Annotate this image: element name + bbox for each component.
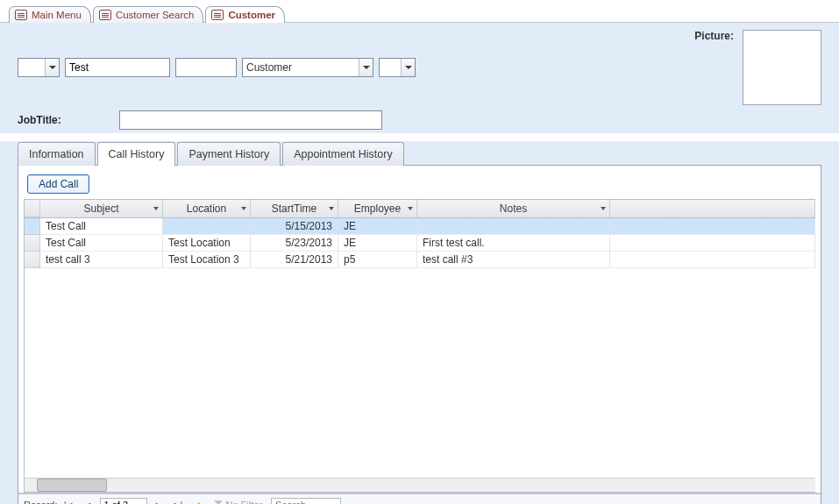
calls-grid: Subject Location StartTime Employee Note… <box>24 199 815 493</box>
tab-label: Customer Search <box>116 10 194 20</box>
cell-subject[interactable]: Test Call <box>40 235 163 252</box>
cell-notes[interactable]: First test call. <box>417 235 610 252</box>
nav-last-button[interactable]: ►| <box>170 498 186 505</box>
suffix-dropdown[interactable] <box>379 58 416 77</box>
last-name-dropdown[interactable]: Customer <box>242 58 373 77</box>
window-tabs: Main Menu Customer Search Customer <box>0 0 839 23</box>
chevron-down-icon <box>152 204 160 213</box>
tab-label: Main Menu <box>32 10 82 20</box>
record-navigator: Record: |◄ ◄ ► ►| ▸* No Filter <box>18 493 821 504</box>
cell-blank <box>610 218 815 235</box>
chevron-down-icon <box>401 59 415 76</box>
cell-starttime[interactable]: 5/15/2013 <box>251 218 338 235</box>
tab-main-menu[interactable]: Main Menu <box>9 6 91 23</box>
nav-new-button[interactable]: ▸* <box>189 498 205 505</box>
cell-blank <box>610 252 815 268</box>
cell-subject[interactable]: Test Call <box>40 218 163 235</box>
tab-appointment-history[interactable]: Appointment History <box>282 142 404 166</box>
record-search-field[interactable] <box>271 498 341 505</box>
cell-location[interactable]: Test Location <box>163 235 251 252</box>
no-filter-indicator[interactable]: No Filter <box>214 500 263 505</box>
record-position-field[interactable] <box>100 498 147 505</box>
nav-first-button[interactable]: |◄ <box>61 498 77 505</box>
table-row[interactable]: Test Call Test Location 5/23/2013 JE Fir… <box>25 235 815 252</box>
jobtitle-label: JobTitle: <box>18 114 61 126</box>
cell-notes[interactable] <box>417 218 610 235</box>
cell-subject[interactable]: test call 3 <box>40 252 163 268</box>
chevron-down-icon <box>406 204 415 213</box>
form-icon <box>99 10 111 20</box>
col-employee[interactable]: Employee <box>338 200 417 217</box>
col-notes[interactable]: Notes <box>417 200 610 217</box>
grid-body[interactable]: Test Call 5/15/2013 JE Test Call Test Lo… <box>25 218 815 478</box>
cell-starttime[interactable]: 5/21/2013 <box>251 252 338 268</box>
table-row[interactable]: test call 3 Test Location 3 5/21/2013 p5… <box>25 252 815 268</box>
select-all-cell[interactable] <box>25 200 40 217</box>
row-selector[interactable] <box>25 218 40 235</box>
row-selector[interactable] <box>25 235 40 252</box>
row-selector[interactable] <box>25 252 40 268</box>
record-label: Record: <box>24 500 58 505</box>
col-location[interactable]: Location <box>163 200 251 217</box>
table-row[interactable]: Test Call 5/15/2013 JE <box>25 218 815 235</box>
tab-label: Customer <box>228 10 275 20</box>
chevron-down-icon <box>599 204 608 213</box>
tab-information[interactable]: Information <box>18 142 96 166</box>
title-prefix-dropdown[interactable] <box>18 58 60 77</box>
tab-customer-search[interactable]: Customer Search <box>93 6 203 23</box>
picture-box[interactable] <box>743 30 821 105</box>
grid-header: Subject Location StartTime Employee Note… <box>25 200 815 218</box>
nav-prev-button[interactable]: ◄ <box>81 498 96 505</box>
middle-name-field[interactable] <box>175 58 237 77</box>
add-call-button[interactable]: Add Call <box>27 174 89 194</box>
chevron-down-icon <box>327 204 336 213</box>
chevron-down-icon <box>239 204 248 213</box>
cell-notes[interactable]: test call #3 <box>417 252 610 268</box>
chevron-down-icon <box>45 59 59 76</box>
detail-tabs: Information Call History Payment History… <box>18 141 821 165</box>
scrollbar-thumb[interactable] <box>37 479 107 492</box>
form-icon <box>211 10 224 20</box>
tab-payment-history[interactable]: Payment History <box>177 142 281 166</box>
chevron-down-icon <box>359 59 373 76</box>
cell-employee[interactable]: JE <box>338 218 417 235</box>
form-icon <box>15 10 27 20</box>
cell-location[interactable]: Test Location 3 <box>163 252 251 268</box>
cell-employee[interactable]: JE <box>338 235 417 252</box>
detail-area: Information Call History Payment History… <box>0 141 839 504</box>
col-blank <box>610 200 815 217</box>
call-history-panel: Add Call Subject Location StartTime Empl… <box>18 165 821 504</box>
cell-location[interactable] <box>163 218 251 235</box>
cell-employee[interactable]: p5 <box>338 252 417 268</box>
cell-blank <box>610 235 815 252</box>
tab-customer[interactable]: Customer <box>205 6 285 23</box>
picture-label: Picture: <box>694 30 734 42</box>
col-starttime[interactable]: StartTime <box>251 200 338 217</box>
col-subject[interactable]: Subject <box>40 200 163 217</box>
funnel-icon <box>214 500 223 505</box>
tab-call-history[interactable]: Call History <box>97 142 176 166</box>
jobtitle-field[interactable] <box>119 110 382 130</box>
nav-next-button[interactable]: ► <box>151 498 167 505</box>
horizontal-scrollbar[interactable] <box>25 478 815 492</box>
first-name-field[interactable] <box>65 58 170 77</box>
cell-starttime[interactable]: 5/23/2013 <box>251 235 338 252</box>
customer-form-header: Customer Picture: JobTitle: <box>0 23 839 134</box>
